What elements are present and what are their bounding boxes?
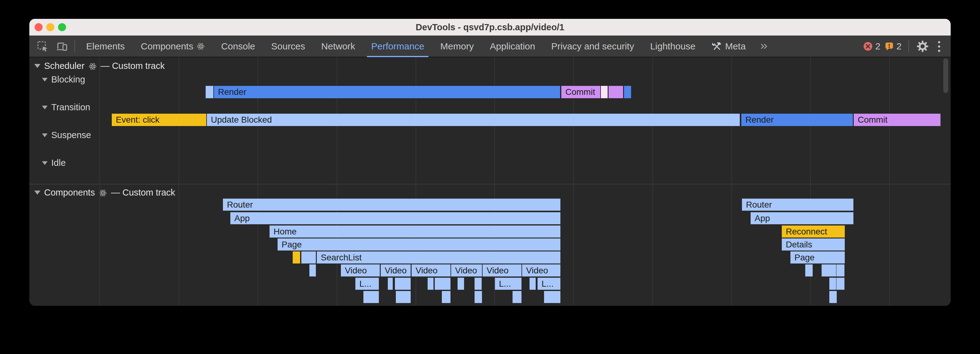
flame-bar-unlabeled[interactable] [395, 278, 410, 290]
flame-bar-unlabeled[interactable] [435, 278, 450, 290]
flame-bar-unlabeled[interactable] [388, 278, 393, 290]
flame-bar-router[interactable]: Router [223, 199, 560, 210]
flame-bar-unlabeled[interactable] [837, 265, 845, 276]
flame-bar-video[interactable]: Video [412, 265, 450, 276]
gridline [652, 57, 653, 306]
settings-gear-icon[interactable] [916, 40, 929, 53]
flame-bar-unlabeled[interactable] [309, 265, 316, 276]
flame-bar-l[interactable]: L... [538, 278, 560, 290]
flame-bar-unlabeled[interactable] [601, 86, 608, 98]
issues-count: 2 [896, 41, 902, 52]
flame-bar-home[interactable]: Home [270, 225, 560, 238]
components-track-header[interactable]: Components — Custom track [34, 188, 175, 198]
flame-bar-unlabeled[interactable] [442, 291, 450, 303]
flame-bar-unlabeled[interactable] [301, 252, 316, 263]
flame-bar-details[interactable]: Details [782, 238, 845, 250]
flame-bar-video[interactable]: Video [381, 265, 410, 276]
atom-icon [196, 42, 205, 51]
flame-bar-unlabeled[interactable] [363, 291, 379, 303]
minimize-button[interactable] [46, 23, 54, 31]
flame-bar-page[interactable]: Page [791, 252, 845, 263]
inspect-element-icon[interactable] [37, 40, 48, 52]
lane-blocking[interactable]: Blocking [42, 75, 85, 85]
traffic-lights [35, 19, 66, 35]
collapse-triangle-icon[interactable] [34, 64, 40, 68]
flame-bar-unlabeled[interactable] [609, 86, 623, 98]
kebab-menu-icon[interactable] [934, 41, 945, 52]
tab-meta[interactable]: Meta [703, 35, 754, 57]
error-count: 2 [875, 41, 881, 52]
performance-panel: Scheduler — Custom track Components — Cu… [29, 57, 951, 306]
collapse-triangle-icon[interactable] [42, 78, 48, 81]
lane-label: Suspense [51, 130, 91, 140]
flame-bar-l[interactable]: L... [355, 278, 379, 290]
flame-bar-unlabeled[interactable] [293, 252, 300, 263]
tab-lighthouse[interactable]: Lighthouse [642, 35, 704, 57]
scheduler-track-title: Scheduler [44, 61, 84, 71]
collapse-triangle-icon[interactable] [34, 191, 40, 195]
flame-bar-unlabeled[interactable] [530, 278, 536, 290]
tab-components[interactable]: Components [133, 35, 213, 57]
flame-bar-unlabeled[interactable] [837, 278, 845, 290]
console-errors-badge[interactable]: 2 [863, 41, 881, 52]
lane-transition[interactable]: Transition [42, 102, 90, 112]
flame-bar-video[interactable]: Video [522, 265, 560, 276]
tab-performance[interactable]: Performance [363, 35, 432, 57]
flame-bar-unlabeled[interactable] [474, 291, 482, 303]
flame-bar-unlabeled[interactable] [206, 86, 213, 98]
tab-memory[interactable]: Memory [432, 35, 482, 57]
flame-bar-app[interactable]: App [751, 212, 853, 224]
track-divider [29, 184, 951, 184]
collapse-triangle-icon[interactable] [42, 134, 48, 137]
tab-console[interactable]: Console [213, 35, 263, 57]
vertical-scrollbar-thumb[interactable] [943, 58, 948, 93]
flame-bar-commit[interactable]: Commit [561, 86, 600, 98]
window-title: DevTools - qsvd7p.csb.app/video/1 [29, 22, 951, 32]
flame-bar-unlabeled[interactable] [396, 291, 410, 303]
flame-bar-unlabeled[interactable] [805, 265, 813, 276]
flame-bar-app[interactable]: App [230, 212, 560, 224]
flame-bar-unlabeled[interactable] [544, 291, 560, 303]
flame-bar-event-click[interactable]: Event: click [112, 114, 206, 126]
gridline [889, 57, 890, 306]
flame-bar-update-blocked[interactable]: Update Blocked [207, 114, 740, 126]
flame-bar-unlabeled[interactable] [474, 278, 482, 290]
collapse-triangle-icon[interactable] [42, 106, 48, 109]
toolbar-separator [75, 40, 75, 53]
flame-bar-render[interactable]: Render [214, 86, 560, 98]
flame-bar-page[interactable]: Page [278, 238, 560, 250]
flame-bar-unlabeled[interactable] [829, 291, 837, 303]
flame-bar-reconnect[interactable]: Reconnect [782, 225, 845, 238]
more-tabs-button[interactable] [754, 41, 774, 52]
tab-elements[interactable]: Elements [78, 35, 133, 57]
toolbar-separator [908, 40, 909, 53]
issues-badge[interactable]: 2 [885, 41, 902, 52]
lane-idle[interactable]: Idle [42, 158, 66, 168]
flame-bar-unlabeled[interactable] [512, 291, 522, 303]
screenshot-canvas: DevTools - qsvd7p.csb.app/video/1 [0, 0, 980, 354]
flame-bar-render[interactable]: Render [741, 114, 853, 126]
tab-network[interactable]: Network [313, 35, 363, 57]
error-icon [863, 41, 873, 51]
zoom-button[interactable] [58, 23, 66, 31]
tab-application[interactable]: Application [482, 35, 543, 57]
flame-bar-unlabeled[interactable] [829, 278, 836, 290]
flame-bar-l[interactable]: L... [495, 278, 522, 290]
flame-bar-unlabeled[interactable] [822, 265, 836, 276]
flame-bar-video[interactable]: Video [483, 265, 522, 276]
lane-suspense[interactable]: Suspense [42, 130, 91, 140]
tab-privacy-and-security[interactable]: Privacy and security [543, 35, 642, 57]
flame-bar-commit[interactable]: Commit [854, 114, 940, 126]
flame-bar-video[interactable]: Video [341, 265, 380, 276]
flame-bar-unlabeled[interactable] [624, 86, 631, 98]
flame-bar-searchlist[interactable]: SearchList [317, 252, 560, 263]
flame-bar-unlabeled[interactable] [428, 278, 433, 290]
flame-bar-video[interactable]: Video [451, 265, 482, 276]
tab-sources[interactable]: Sources [263, 35, 313, 57]
flame-bar-router[interactable]: Router [742, 199, 853, 210]
tools-icon [711, 41, 722, 52]
device-toolbar-icon[interactable] [56, 40, 68, 52]
close-button[interactable] [35, 23, 43, 31]
flame-bar-unlabeled[interactable] [458, 278, 464, 290]
collapse-triangle-icon[interactable] [42, 161, 48, 165]
